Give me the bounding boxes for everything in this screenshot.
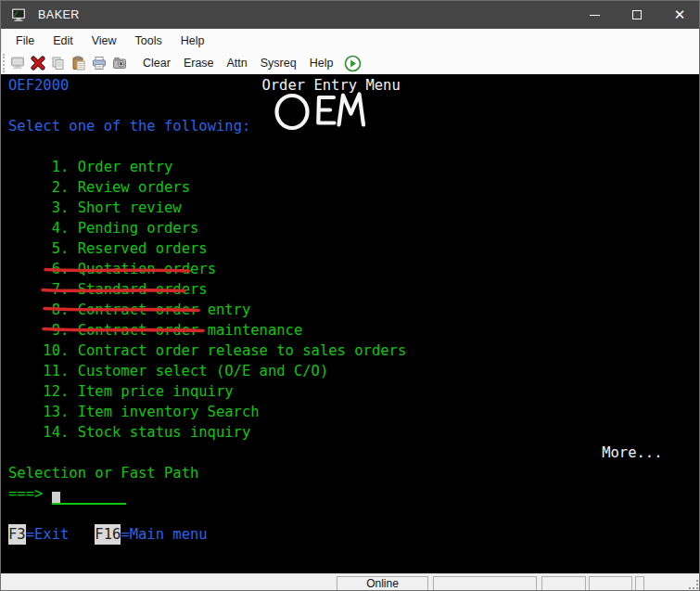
minimize-icon[interactable] <box>573 1 616 29</box>
toolbar-labels: ClearEraseAttnSysreqHelp <box>130 54 338 72</box>
menu-bar: FileEditViewToolsHelp <box>1 29 700 52</box>
terminal-text: ===> <box>8 483 43 504</box>
terminal-text: =Main menu <box>121 524 207 545</box>
disconnect-icon[interactable] <box>28 53 48 73</box>
terminal-screen[interactable]: OEF2000Order Entry MenuSelect one of the… <box>1 74 700 573</box>
terminal-text: Selection or Fast Path <box>8 463 198 483</box>
terminal-text: 14. Stock status inquiry <box>43 422 250 443</box>
terminal-text: 13. Item inventory Search <box>43 402 259 422</box>
terminal-text: 3. Short review <box>52 198 182 218</box>
terminal-text: 2. Review orders <box>52 177 190 198</box>
toolbar-button-attn[interactable]: Attn <box>222 54 253 72</box>
toolbar: ClearEraseAttnSysreqHelp <box>1 52 700 74</box>
menu-help[interactable]: Help <box>172 32 214 50</box>
terminal-text: Select one of the following: <box>8 116 250 136</box>
terminal-text: 8. Contract order entry <box>52 300 251 320</box>
toolbar-button-help[interactable]: Help <box>304 54 339 72</box>
maximize-icon[interactable] <box>616 1 658 29</box>
terminal-text: 5. Reserved orders <box>52 238 208 259</box>
paste-icon[interactable] <box>69 53 89 73</box>
close-icon[interactable]: ✕ <box>658 1 700 29</box>
terminal-text: 1. Order entry <box>52 157 173 177</box>
status-cell <box>433 576 537 591</box>
camera-icon[interactable] <box>109 53 130 73</box>
terminal-text: 11. Customer select (O/E and C/O) <box>43 361 328 381</box>
toolbar-button-clear[interactable]: Clear <box>137 54 176 72</box>
title-bar[interactable]: BAKER ✕ <box>1 1 700 29</box>
terminal-text: OEF2000 <box>8 75 69 96</box>
input-cursor[interactable] <box>52 492 60 503</box>
fkey-label: F3 <box>8 524 26 545</box>
terminal-text: =Exit <box>26 524 70 545</box>
status-cell <box>541 576 586 591</box>
menu-tools[interactable]: Tools <box>126 32 172 50</box>
session-icon[interactable] <box>7 53 28 73</box>
menu-edit[interactable]: Edit <box>44 32 83 50</box>
terminal-text: More... <box>602 443 662 463</box>
status-cell <box>589 576 632 591</box>
status-cell <box>635 576 644 591</box>
terminal-text: Order Entry Menu <box>261 75 400 96</box>
terminal-app-icon <box>11 7 26 22</box>
menu-view[interactable]: View <box>83 32 126 50</box>
online-status: Online <box>337 576 428 591</box>
status-bar: Online <box>1 573 700 591</box>
toolbar-button-sysreq[interactable]: Sysreq <box>255 54 302 72</box>
play-icon[interactable] <box>342 53 363 73</box>
terminal-text: 10. Contract order release to sales orde… <box>43 340 406 361</box>
terminal-text: 12. Item price inquiry <box>43 381 233 402</box>
print-icon[interactable] <box>89 53 109 73</box>
window-title: BAKER <box>38 8 80 21</box>
menu-file[interactable]: File <box>6 32 44 50</box>
emulator-window: BAKER ✕ FileEditViewToolsHelp <box>0 0 700 591</box>
fkey-label: F16 <box>95 524 121 545</box>
toolbar-button-erase[interactable]: Erase <box>178 54 220 72</box>
copy-icon[interactable] <box>48 53 69 73</box>
fast-path-input[interactable] <box>52 503 126 505</box>
terminal-text: 9. Contract order maintenance <box>52 320 303 340</box>
terminal-text: 7. Standard orders <box>52 279 208 300</box>
resize-grip-icon[interactable] <box>689 580 698 589</box>
terminal-text: 4. Pending orders <box>52 218 199 238</box>
terminal-text: 6. Quotation orders <box>52 259 216 279</box>
